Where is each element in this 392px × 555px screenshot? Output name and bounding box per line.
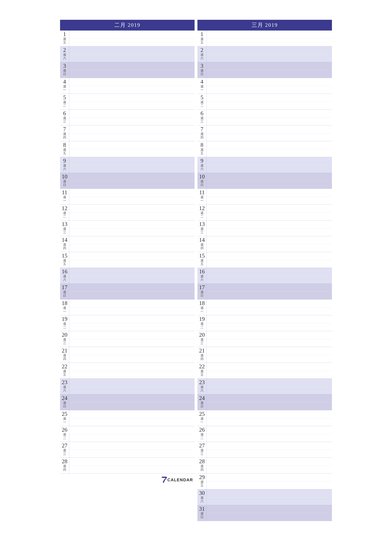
day-row: 18週一 bbox=[197, 299, 332, 315]
note-cell bbox=[207, 299, 332, 315]
date-number: 29 bbox=[197, 474, 207, 480]
day-row: 31週日 bbox=[197, 505, 332, 521]
date-number: 14 bbox=[60, 237, 69, 243]
date-number: 18 bbox=[197, 300, 207, 306]
day-row: 12週二 bbox=[60, 204, 195, 220]
date-cell: 19週二 bbox=[60, 315, 69, 331]
weekday-label: 週一 bbox=[197, 195, 207, 202]
date-number: 30 bbox=[197, 490, 207, 496]
weekday-label: 週三 bbox=[197, 227, 207, 234]
day-row: 20週三 bbox=[60, 331, 195, 347]
date-cell: 20週三 bbox=[60, 331, 69, 347]
day-row: 14週四 bbox=[60, 236, 195, 252]
day-row: 30週六 bbox=[197, 489, 332, 505]
day-row: 28週四 bbox=[60, 458, 195, 474]
date-number: 4 bbox=[60, 79, 69, 85]
note-cell bbox=[207, 331, 332, 347]
day-row: 21週四 bbox=[60, 347, 195, 363]
day-row: 3週日 bbox=[60, 62, 195, 78]
date-number: 7 bbox=[197, 126, 207, 132]
weekday-label: 週六 bbox=[60, 275, 69, 281]
weekday-label: 週五 bbox=[60, 148, 69, 155]
day-row: 26週二 bbox=[60, 426, 195, 442]
weekday-label: 週四 bbox=[60, 354, 69, 361]
note-cell bbox=[207, 204, 332, 220]
weekday-label: 週二 bbox=[197, 211, 207, 218]
day-row: 7週四 bbox=[60, 125, 195, 141]
weekday-label: 週三 bbox=[60, 227, 69, 234]
weekday-label: 週五 bbox=[197, 369, 207, 376]
note-cell bbox=[69, 173, 195, 189]
weekday-label: 週二 bbox=[60, 211, 69, 218]
date-number: 19 bbox=[197, 316, 207, 322]
day-row: 9週六 bbox=[60, 157, 195, 173]
date-number: 15 bbox=[197, 253, 207, 259]
date-cell: 1週五 bbox=[60, 30, 69, 46]
weekday-label: 週二 bbox=[197, 322, 207, 329]
weekday-label: 週一 bbox=[60, 306, 69, 313]
date-number: 13 bbox=[60, 221, 69, 227]
date-number: 24 bbox=[60, 395, 69, 401]
date-number: 16 bbox=[197, 269, 207, 275]
date-number: 21 bbox=[197, 348, 207, 354]
date-number: 8 bbox=[60, 142, 69, 148]
day-row: 1週五 bbox=[60, 30, 195, 46]
day-row: 12週二 bbox=[197, 204, 332, 220]
note-cell bbox=[69, 236, 195, 252]
day-row: 6週三 bbox=[197, 110, 332, 125]
day-row: 10週日 bbox=[197, 173, 332, 189]
date-cell: 17週日 bbox=[197, 284, 207, 299]
day-row: 19週二 bbox=[60, 315, 195, 331]
note-cell bbox=[69, 363, 195, 379]
note-cell bbox=[69, 284, 195, 299]
weekday-label: 週二 bbox=[197, 101, 207, 107]
date-number: 15 bbox=[60, 253, 69, 259]
date-cell: 20週三 bbox=[197, 331, 207, 347]
note-cell bbox=[207, 379, 332, 394]
date-cell: 6週三 bbox=[197, 110, 207, 125]
day-row: 23週六 bbox=[197, 379, 332, 394]
note-cell bbox=[69, 252, 195, 268]
date-number: 10 bbox=[60, 174, 69, 180]
day-row: 3週日 bbox=[197, 62, 332, 78]
date-cell: 8週五 bbox=[197, 141, 207, 157]
date-cell: 28週四 bbox=[197, 458, 207, 473]
note-cell bbox=[207, 315, 332, 331]
date-number: 8 bbox=[197, 142, 207, 148]
note-cell bbox=[207, 30, 332, 46]
weekday-label: 週四 bbox=[197, 132, 207, 139]
note-cell bbox=[207, 458, 332, 473]
note-cell bbox=[207, 78, 332, 94]
weekday-label: 週五 bbox=[60, 369, 69, 376]
date-number: 7 bbox=[60, 126, 69, 132]
date-cell: 25週一 bbox=[197, 410, 207, 426]
note-cell bbox=[207, 394, 332, 410]
logo-text: CALENDAR bbox=[167, 477, 193, 482]
date-number: 26 bbox=[60, 427, 69, 433]
day-row: 21週四 bbox=[197, 347, 332, 363]
weekday-label: 週二 bbox=[60, 101, 69, 107]
weekday-label: 週四 bbox=[60, 464, 69, 471]
date-cell: 24週日 bbox=[60, 394, 69, 410]
note-cell bbox=[207, 173, 332, 189]
note-cell bbox=[207, 410, 332, 426]
weekday-label: 週三 bbox=[197, 116, 207, 123]
date-number: 20 bbox=[197, 332, 207, 338]
weekday-label: 週五 bbox=[197, 37, 207, 44]
day-row: 19週二 bbox=[197, 315, 332, 331]
date-cell: 11週一 bbox=[197, 189, 207, 204]
date-cell: 9週六 bbox=[60, 157, 69, 173]
day-row: 23週六 bbox=[60, 379, 195, 394]
month-column: 二月 20191週五2週六3週日4週一5週二6週三7週四8週五9週六10週日11… bbox=[60, 20, 195, 521]
day-row: 17週日 bbox=[60, 284, 195, 299]
date-number: 12 bbox=[60, 205, 69, 211]
date-number: 2 bbox=[60, 47, 69, 53]
weekday-label: 週五 bbox=[197, 259, 207, 266]
day-row: 11週一 bbox=[197, 189, 332, 204]
note-cell bbox=[207, 110, 332, 125]
date-cell: 4週一 bbox=[197, 78, 207, 94]
day-row: 2週六 bbox=[197, 46, 332, 62]
day-row: 14週四 bbox=[197, 236, 332, 252]
month-columns: 二月 20191週五2週六3週日4週一5週二6週三7週四8週五9週六10週日11… bbox=[60, 20, 332, 521]
date-cell: 16週六 bbox=[197, 268, 207, 284]
